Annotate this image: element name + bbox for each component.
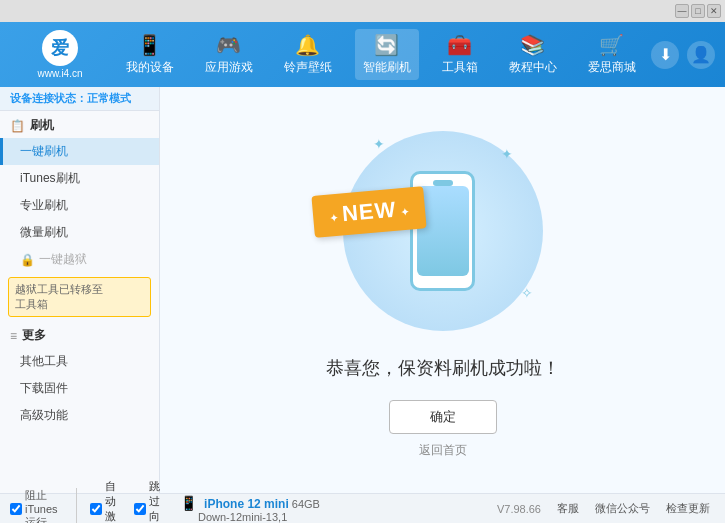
sidebar-locked-item: 🔒 一键越狱	[0, 246, 159, 273]
bottom-right: V7.98.66 客服 微信公众号 检查更新	[497, 501, 715, 516]
more-section-icon: ≡	[10, 329, 17, 343]
nav-smart-flash[interactable]: 🔄 智能刷机	[355, 29, 419, 80]
version-label: V7.98.66	[497, 503, 541, 515]
more-section-header: ≡ 更多	[0, 321, 159, 348]
nav-toolbox-label: 工具箱	[442, 59, 478, 76]
check-update-link[interactable]: 检查更新	[666, 501, 710, 516]
sidebar-notice: 越狱工具已转移至工具箱	[8, 277, 151, 317]
sidebar-item-micro-flash[interactable]: 微量刷机	[0, 219, 159, 246]
sidebar-item-pro-flash[interactable]: 专业刷机	[0, 192, 159, 219]
nav-ringtones-label: 铃声壁纸	[284, 59, 332, 76]
logo-url: www.i4.cn	[37, 68, 82, 79]
nav-smart-flash-label: 智能刷机	[363, 59, 411, 76]
customer-service-link[interactable]: 客服	[557, 501, 579, 516]
logo-area: 爱 www.i4.cn	[10, 30, 110, 79]
other-tools-label: 其他工具	[20, 354, 68, 368]
titlebar: — □ ✕	[0, 0, 725, 22]
nav-mall-label: 爱思商城	[588, 59, 636, 76]
ringtones-icon: 🔔	[295, 33, 320, 57]
flash-section-header: 📋 刷机	[0, 111, 159, 138]
minimize-btn[interactable]: —	[675, 4, 689, 18]
nav-toolbox[interactable]: 🧰 工具箱	[434, 29, 486, 80]
logo-icon: 爱	[42, 30, 78, 66]
micro-flash-label: 微量刷机	[20, 225, 68, 239]
sidebar-item-other-tools[interactable]: 其他工具	[0, 348, 159, 375]
device-storage-value: 64GB	[292, 498, 320, 510]
nav-my-device-label: 我的设备	[126, 59, 174, 76]
auto-connect-label: 自动激活	[105, 479, 126, 524]
success-message: 恭喜您，保资料刷机成功啦！	[326, 356, 560, 380]
download-btn[interactable]: ⬇	[651, 41, 679, 69]
nav-apps-games-label: 应用游戏	[205, 59, 253, 76]
lock-icon: 🔒	[20, 253, 35, 267]
guide-checkbox[interactable]	[134, 503, 146, 515]
nav-tutorial[interactable]: 📚 教程中心	[501, 29, 565, 80]
sidebar-item-one-click-flash[interactable]: 一键刷机	[0, 138, 159, 165]
notice-text: 越狱工具已转移至工具箱	[15, 283, 103, 310]
device-firmware: Down-12mini-13,1	[180, 511, 287, 523]
device-name: iPhone 12 mini	[204, 497, 289, 511]
header: 爱 www.i4.cn 📱 我的设备 🎮 应用游戏 🔔 铃声壁纸 🔄 智能刷机 …	[0, 22, 725, 87]
wechat-link[interactable]: 微信公众号	[595, 501, 650, 516]
flash-section-icon: 📋	[10, 119, 25, 133]
nav-tutorial-label: 教程中心	[509, 59, 557, 76]
sparkle-3: ✧	[521, 285, 533, 301]
itunes-stop-checkbox[interactable]	[10, 503, 22, 515]
nav-my-device[interactable]: 📱 我的设备	[118, 29, 182, 80]
success-illustration: NEW ✦ ✦ ✧	[333, 121, 553, 341]
itunes-flash-label: iTunes刷机	[20, 171, 80, 185]
nav-ringtones[interactable]: 🔔 铃声壁纸	[276, 29, 340, 80]
back-home-link[interactable]: 返回首页	[419, 442, 467, 459]
close-btn[interactable]: ✕	[707, 4, 721, 18]
connection-status: 设备连接状态：正常模式	[0, 87, 159, 111]
more-section-title: 更多	[22, 327, 46, 344]
sparkle-1: ✦	[373, 136, 385, 152]
nav-apps-games[interactable]: 🎮 应用游戏	[197, 29, 261, 80]
bottom-left: 阻止iTunes运行 自动激活 跳过向导	[10, 479, 170, 524]
auto-connect-checkbox[interactable]	[90, 503, 102, 515]
sidebar-item-itunes-flash[interactable]: iTunes刷机	[0, 165, 159, 192]
locked-label: 一键越狱	[39, 251, 87, 268]
pro-flash-label: 专业刷机	[20, 198, 68, 212]
tutorial-icon: 📚	[520, 33, 545, 57]
phone-screen	[417, 186, 469, 276]
nav-mall[interactable]: 🛒 爱思商城	[580, 29, 644, 80]
smart-flash-icon: 🔄	[374, 33, 399, 57]
my-device-icon: 📱	[137, 33, 162, 57]
main-content: NEW ✦ ✦ ✧ 恭喜您，保资料刷机成功啦！ 确定 返回首页	[160, 87, 725, 493]
maximize-btn[interactable]: □	[691, 4, 705, 18]
user-btn[interactable]: 👤	[687, 41, 715, 69]
status-label: 设备连接状态：	[10, 92, 87, 104]
toolbox-icon: 🧰	[447, 33, 472, 57]
mall-icon: 🛒	[599, 33, 624, 57]
sparkle-2: ✦	[501, 146, 513, 162]
flash-section-title: 刷机	[30, 117, 54, 134]
sidebar: 设备连接状态：正常模式 📋 刷机 一键刷机 iTunes刷机 专业刷机 微量刷机…	[0, 87, 160, 493]
bottom-bar: 阻止iTunes运行 自动激活 跳过向导 📱 iPhone 12 mini 64…	[0, 493, 725, 523]
device-info-area: 📱 iPhone 12 mini 64GB Down-12mini-13,1	[170, 495, 497, 523]
nav-bar: 📱 我的设备 🎮 应用游戏 🔔 铃声壁纸 🔄 智能刷机 🧰 工具箱 📚 教程中心…	[110, 29, 651, 80]
one-click-flash-label: 一键刷机	[20, 144, 68, 158]
header-right-buttons: ⬇ 👤	[651, 41, 715, 69]
advanced-label: 高级功能	[20, 408, 68, 422]
auto-connect-checkbox-item: 自动激活	[90, 479, 126, 524]
confirm-button[interactable]: 确定	[389, 400, 497, 434]
apps-games-icon: 🎮	[216, 33, 241, 57]
sidebar-item-download-firmware[interactable]: 下载固件	[0, 375, 159, 402]
device-phone-icon: 📱	[180, 495, 197, 511]
status-value: 正常模式	[87, 92, 131, 104]
itunes-stop-area: 阻止iTunes运行	[10, 488, 77, 524]
sidebar-item-advanced[interactable]: 高级功能	[0, 402, 159, 429]
phone-notch	[433, 180, 453, 186]
itunes-stop-label: 阻止iTunes运行	[25, 488, 66, 524]
main-layout: 设备连接状态：正常模式 📋 刷机 一键刷机 iTunes刷机 专业刷机 微量刷机…	[0, 87, 725, 493]
download-firmware-label: 下载固件	[20, 381, 68, 395]
